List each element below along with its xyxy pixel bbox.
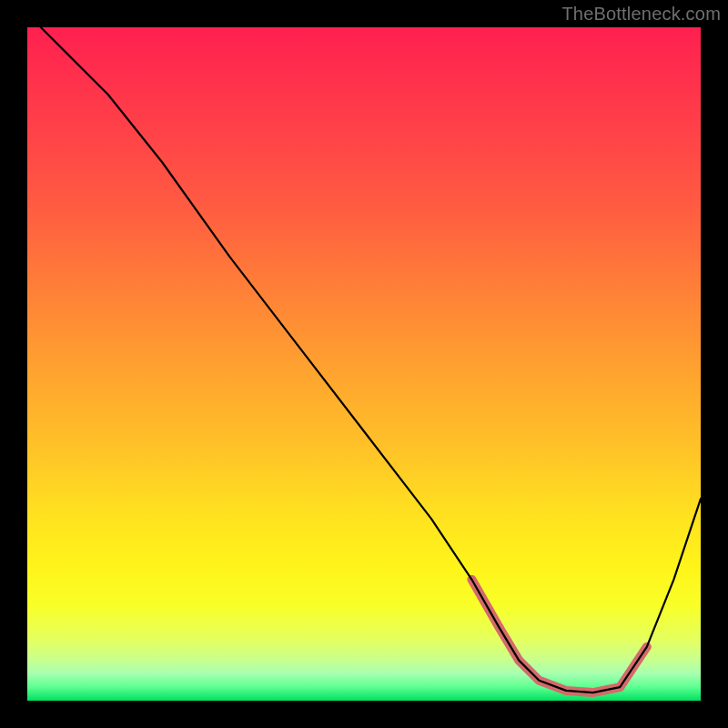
watermark-label: TheBottleneck.com xyxy=(561,4,721,25)
chart-canvas: TheBottleneck.com xyxy=(0,0,728,728)
main-curve-path xyxy=(41,27,701,693)
bottleneck-band-path xyxy=(471,580,646,693)
plot-area xyxy=(27,27,701,701)
curve-layer xyxy=(27,27,701,701)
